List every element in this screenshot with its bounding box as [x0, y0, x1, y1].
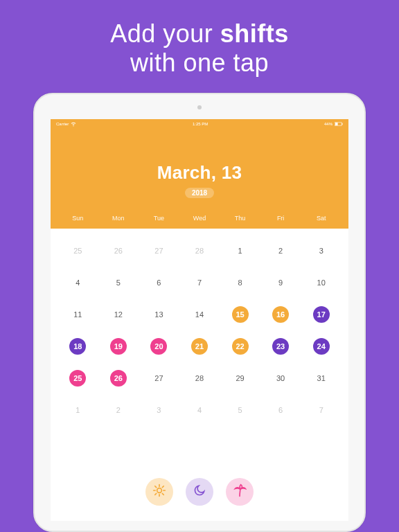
weekday-label: Sun	[57, 215, 98, 222]
shift-dot-pink[interactable]: 20	[150, 338, 167, 355]
shift-dot-orange[interactable]: 22	[232, 338, 249, 355]
shift-dot-orange[interactable]: 21	[191, 338, 208, 355]
carrier-label: Carrier	[56, 122, 69, 126]
calendar-day[interactable]: 10	[301, 267, 342, 298]
app-screen: Carrier 1:25 PM 44% March, 13 2018 SunMo…	[51, 119, 348, 521]
day-number: 2	[278, 247, 283, 255]
calendar-day[interactable]: 12	[98, 299, 139, 330]
calendar-day[interactable]: 28	[179, 236, 220, 266]
weekday-label: Wed	[179, 215, 220, 222]
day-number: 11	[73, 310, 82, 319]
day-number: 9	[278, 278, 283, 287]
svg-line-10	[155, 493, 157, 495]
promo-line2: with one tap	[110, 48, 289, 78]
calendar-day[interactable]: 5	[220, 395, 260, 425]
calendar-day[interactable]: 3	[301, 236, 342, 266]
day-number: 1	[238, 247, 242, 255]
calendar-day[interactable]: 14	[179, 299, 220, 330]
calendar-day[interactable]: 6	[260, 395, 301, 425]
shift-dot-purple[interactable]: 17	[313, 306, 330, 323]
shift-chip-off[interactable]	[226, 478, 254, 506]
header-date: March, 13	[51, 162, 348, 184]
day-number: 3	[157, 406, 161, 414]
calendar-day[interactable]: 18	[57, 331, 98, 362]
calendar-day[interactable]: 27	[139, 363, 179, 393]
calendar-day[interactable]: 1	[57, 395, 98, 425]
calendar-day[interactable]: 23	[260, 331, 301, 362]
svg-point-3	[157, 488, 162, 493]
calendar-day[interactable]: 20	[139, 331, 179, 362]
calendar-day[interactable]: 15	[220, 299, 260, 330]
calendar-day[interactable]: 2	[98, 395, 139, 425]
day-number: 5	[116, 278, 121, 287]
palm-icon	[233, 484, 247, 500]
calendar-day[interactable]: 29	[220, 363, 260, 393]
shift-dot-purple[interactable]: 23	[272, 338, 289, 355]
day-number: 5	[238, 406, 242, 414]
calendar-day[interactable]: 2	[260, 236, 301, 266]
calendar-day[interactable]: 13	[139, 299, 179, 330]
calendar-day[interactable]: 16	[260, 299, 301, 330]
day-number: 26	[114, 247, 123, 255]
day-number: 14	[195, 310, 204, 319]
day-number: 7	[319, 406, 323, 414]
shift-dot-purple[interactable]: 24	[313, 338, 330, 355]
weekday-label: Mon	[98, 215, 139, 222]
calendar-day[interactable]: 21	[179, 331, 220, 362]
camera-dot	[197, 105, 202, 109]
calendar-day[interactable]: 8	[220, 267, 260, 298]
calendar-day[interactable]: 9	[260, 267, 301, 298]
status-bar: Carrier 1:25 PM 44%	[51, 119, 348, 129]
calendar-day[interactable]: 25	[57, 363, 98, 393]
calendar-day[interactable]: 22	[220, 331, 260, 362]
day-number: 27	[154, 374, 163, 382]
day-number: 25	[73, 247, 82, 255]
calendar-day[interactable]: 27	[139, 236, 179, 266]
calendar-day[interactable]: 7	[301, 395, 342, 425]
svg-rect-1	[335, 123, 338, 125]
calendar-day[interactable]: 28	[179, 363, 220, 393]
battery-icon	[335, 122, 343, 127]
shift-dot-purple[interactable]: 18	[69, 338, 86, 355]
calendar-day[interactable]: 31	[301, 363, 342, 393]
shift-dot-pink[interactable]: 26	[110, 370, 127, 387]
calendar-day[interactable]: 1	[220, 236, 260, 266]
battery-label: 44%	[324, 122, 332, 126]
calendar-day[interactable]: 19	[98, 331, 139, 362]
svg-line-9	[162, 493, 163, 495]
calendar-day[interactable]: 26	[98, 236, 139, 266]
calendar-day[interactable]: 5	[98, 267, 139, 298]
calendar-day[interactable]: 11	[57, 299, 98, 330]
shift-dot-pink[interactable]: 25	[69, 370, 86, 387]
calendar-day[interactable]: 26	[98, 363, 139, 393]
svg-line-11	[162, 486, 163, 488]
day-number: 28	[195, 247, 204, 255]
shift-chip-night[interactable]	[186, 478, 213, 506]
day-number: 10	[317, 278, 326, 287]
calendar-day[interactable]: 30	[260, 363, 301, 393]
svg-line-8	[155, 486, 157, 488]
day-number: 3	[319, 247, 323, 255]
shift-dot-orange[interactable]: 16	[272, 306, 289, 323]
calendar-day[interactable]: 7	[179, 267, 220, 298]
header-year-badge[interactable]: 2018	[185, 188, 214, 198]
day-number: 4	[197, 406, 202, 414]
day-number: 2	[116, 406, 121, 414]
clock-label: 1:25 PM	[193, 122, 208, 126]
shift-dot-orange[interactable]: 15	[232, 306, 249, 323]
calendar-day[interactable]: 24	[301, 331, 342, 362]
day-number: 30	[276, 374, 285, 382]
day-number: 27	[154, 247, 163, 255]
day-number: 8	[238, 278, 242, 287]
calendar-day[interactable]: 3	[139, 395, 179, 425]
calendar-day[interactable]: 4	[57, 267, 98, 298]
calendar-day[interactable]: 6	[139, 267, 179, 298]
calendar-day[interactable]: 17	[301, 299, 342, 330]
day-number: 13	[154, 310, 163, 319]
calendar-day[interactable]: 4	[179, 395, 220, 425]
shift-dot-pink[interactable]: 19	[110, 338, 127, 355]
calendar-day[interactable]: 25	[57, 236, 98, 266]
day-number: 12	[114, 310, 123, 319]
shift-chip-day[interactable]	[145, 478, 173, 506]
weekday-label: Thu	[220, 215, 260, 222]
